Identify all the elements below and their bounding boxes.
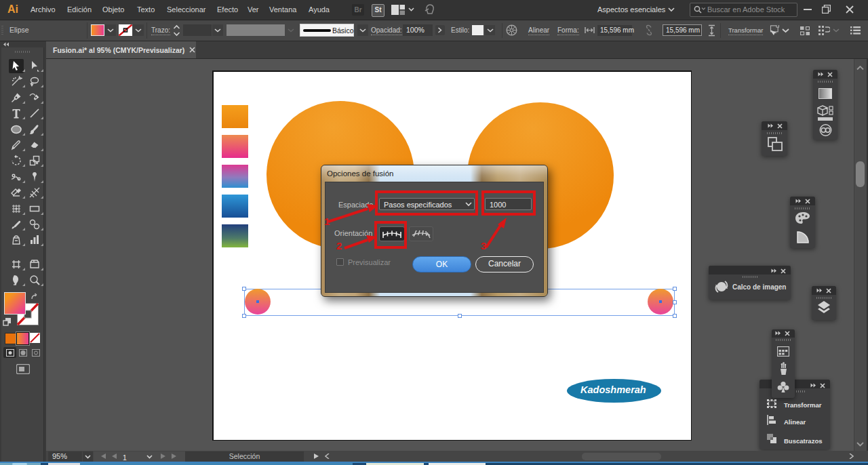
svg-text:1: 1	[324, 216, 330, 227]
svg-text:2: 2	[336, 240, 342, 251]
svg-text:3: 3	[481, 240, 486, 251]
